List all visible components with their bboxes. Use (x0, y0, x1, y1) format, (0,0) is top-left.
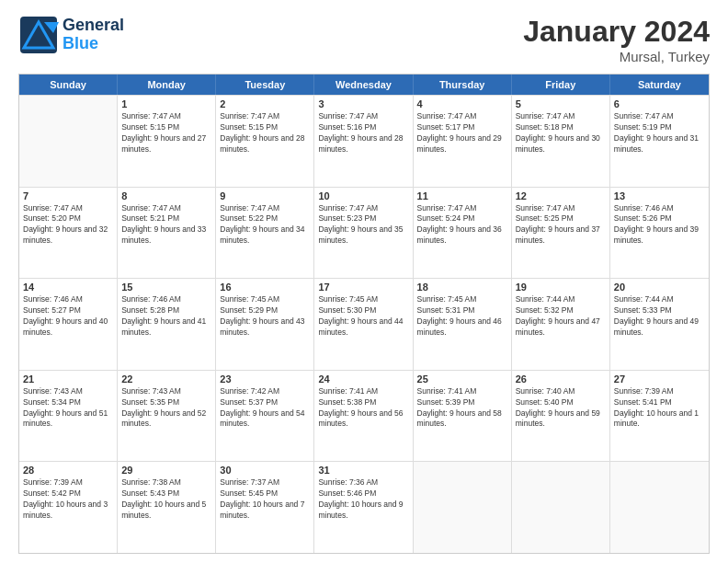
day-number: 6 (614, 98, 705, 109)
day-number: 28 (23, 465, 113, 476)
day-number: 24 (318, 373, 408, 385)
cell-info: Sunrise: 7:47 AMSunset: 5:22 PMDaylight:… (220, 203, 310, 247)
weekday-friday: Friday (512, 75, 610, 95)
calendar-cell-4-3: 31Sunrise: 7:36 AMSunset: 5:46 PMDayligh… (314, 462, 413, 553)
calendar-cell-2-5: 19Sunrise: 7:44 AMSunset: 5:32 PMDayligh… (512, 279, 610, 370)
cell-info: Sunrise: 7:39 AMSunset: 5:42 PMDaylight:… (23, 477, 113, 522)
calendar-cell-2-0: 14Sunrise: 7:46 AMSunset: 5:27 PMDayligh… (19, 279, 118, 370)
day-number: 13 (614, 190, 705, 201)
day-number: 17 (318, 282, 408, 293)
day-number: 10 (318, 190, 408, 201)
calendar-cell-2-4: 18Sunrise: 7:45 AMSunset: 5:31 PMDayligh… (414, 279, 512, 370)
calendar-cell-0-3: 3Sunrise: 7:47 AMSunset: 5:16 PMDaylight… (314, 96, 413, 187)
cell-info: Sunrise: 7:47 AMSunset: 5:15 PMDaylight:… (121, 111, 211, 155)
cell-info: Sunrise: 7:40 AMSunset: 5:40 PMDaylight:… (516, 386, 606, 431)
calendar-week-2: 7Sunrise: 7:47 AMSunset: 5:20 PMDaylight… (19, 187, 709, 279)
calendar-cell-1-0: 7Sunrise: 7:47 AMSunset: 5:20 PMDaylight… (19, 188, 118, 279)
calendar-cell-1-1: 8Sunrise: 7:47 AMSunset: 5:21 PMDaylight… (118, 188, 216, 279)
cell-info: Sunrise: 7:47 AMSunset: 5:19 PMDaylight:… (614, 111, 705, 155)
day-number: 18 (417, 282, 507, 293)
calendar-cell-3-4: 25Sunrise: 7:41 AMSunset: 5:39 PMDayligh… (414, 371, 512, 462)
cell-info: Sunrise: 7:47 AMSunset: 5:20 PMDaylight:… (23, 203, 113, 247)
cell-info: Sunrise: 7:37 AMSunset: 5:45 PMDaylight:… (220, 477, 310, 522)
day-number: 8 (121, 190, 211, 201)
calendar-week-5: 28Sunrise: 7:39 AMSunset: 5:42 PMDayligh… (19, 461, 709, 553)
day-number: 20 (614, 282, 705, 293)
page-header: General Blue January 2024 Mursal, Turkey (18, 15, 710, 64)
month-year-title: January 2024 (523, 15, 710, 49)
calendar-cell-2-3: 17Sunrise: 7:45 AMSunset: 5:30 PMDayligh… (314, 279, 413, 370)
day-number: 25 (417, 373, 507, 385)
title-block: January 2024 Mursal, Turkey (523, 15, 710, 64)
cell-info: Sunrise: 7:36 AMSunset: 5:46 PMDaylight:… (318, 477, 408, 522)
day-number: 19 (516, 282, 606, 293)
weekday-tuesday: Tuesday (216, 75, 314, 95)
day-number: 2 (220, 98, 310, 109)
calendar-cell-3-5: 26Sunrise: 7:40 AMSunset: 5:40 PMDayligh… (512, 371, 610, 462)
calendar-week-1: 1Sunrise: 7:47 AMSunset: 5:15 PMDaylight… (19, 95, 709, 187)
cell-info: Sunrise: 7:47 AMSunset: 5:23 PMDaylight:… (318, 203, 408, 247)
cell-info: Sunrise: 7:43 AMSunset: 5:34 PMDaylight:… (23, 386, 113, 431)
cell-info: Sunrise: 7:47 AMSunset: 5:15 PMDaylight:… (220, 111, 310, 155)
calendar-cell-4-5 (512, 462, 610, 553)
logo-icon (18, 15, 59, 55)
calendar-cell-0-0 (19, 96, 118, 187)
cell-info: Sunrise: 7:47 AMSunset: 5:17 PMDaylight:… (417, 111, 507, 155)
cell-info: Sunrise: 7:43 AMSunset: 5:35 PMDaylight:… (121, 386, 211, 431)
cell-info: Sunrise: 7:42 AMSunset: 5:37 PMDaylight:… (220, 386, 310, 431)
day-number: 27 (614, 373, 705, 385)
logo: General Blue (18, 15, 124, 55)
calendar-cell-1-3: 10Sunrise: 7:47 AMSunset: 5:23 PMDayligh… (314, 188, 413, 279)
cell-info: Sunrise: 7:47 AMSunset: 5:18 PMDaylight:… (516, 111, 606, 155)
cell-info: Sunrise: 7:47 AMSunset: 5:16 PMDaylight:… (318, 111, 408, 155)
day-number: 12 (516, 190, 606, 201)
calendar-cell-1-5: 12Sunrise: 7:47 AMSunset: 5:25 PMDayligh… (512, 188, 610, 279)
day-number: 15 (121, 282, 211, 293)
calendar: Sunday Monday Tuesday Wednesday Thursday… (18, 74, 710, 554)
day-number: 21 (23, 373, 113, 385)
calendar-cell-2-6: 20Sunrise: 7:44 AMSunset: 5:33 PMDayligh… (610, 279, 709, 370)
day-number: 22 (121, 373, 211, 385)
logo-blue-text: Blue (63, 35, 124, 53)
calendar-cell-0-1: 1Sunrise: 7:47 AMSunset: 5:15 PMDaylight… (118, 96, 216, 187)
day-number: 9 (220, 190, 310, 201)
calendar-cell-1-2: 9Sunrise: 7:47 AMSunset: 5:22 PMDaylight… (216, 188, 314, 279)
calendar-cell-0-6: 6Sunrise: 7:47 AMSunset: 5:19 PMDaylight… (610, 96, 709, 187)
cell-info: Sunrise: 7:47 AMSunset: 5:21 PMDaylight:… (121, 203, 211, 247)
calendar-cell-4-6 (610, 462, 709, 553)
cell-info: Sunrise: 7:39 AMSunset: 5:41 PMDaylight:… (614, 386, 705, 431)
cell-info: Sunrise: 7:45 AMSunset: 5:29 PMDaylight:… (220, 294, 310, 339)
cell-info: Sunrise: 7:46 AMSunset: 5:28 PMDaylight:… (121, 294, 211, 339)
calendar-cell-0-5: 5Sunrise: 7:47 AMSunset: 5:18 PMDaylight… (512, 96, 610, 187)
calendar-cell-4-1: 29Sunrise: 7:38 AMSunset: 5:43 PMDayligh… (118, 462, 216, 553)
logo-name: General Blue (63, 17, 124, 53)
day-number: 5 (516, 98, 606, 109)
logo-general-text: General (63, 17, 124, 35)
calendar-cell-3-0: 21Sunrise: 7:43 AMSunset: 5:34 PMDayligh… (19, 371, 118, 462)
weekday-monday: Monday (118, 75, 216, 95)
day-number: 26 (516, 373, 606, 385)
calendar-cell-0-4: 4Sunrise: 7:47 AMSunset: 5:17 PMDaylight… (414, 96, 512, 187)
cell-info: Sunrise: 7:46 AMSunset: 5:26 PMDaylight:… (614, 203, 705, 247)
day-number: 7 (23, 190, 113, 201)
weekday-wednesday: Wednesday (314, 75, 413, 95)
calendar-cell-2-1: 15Sunrise: 7:46 AMSunset: 5:28 PMDayligh… (118, 279, 216, 370)
day-number: 30 (220, 465, 310, 476)
cell-info: Sunrise: 7:45 AMSunset: 5:30 PMDaylight:… (318, 294, 408, 339)
calendar-header: Sunday Monday Tuesday Wednesday Thursday… (19, 75, 709, 95)
calendar-cell-3-1: 22Sunrise: 7:43 AMSunset: 5:35 PMDayligh… (118, 371, 216, 462)
calendar-cell-0-2: 2Sunrise: 7:47 AMSunset: 5:15 PMDaylight… (216, 96, 314, 187)
calendar-cell-1-6: 13Sunrise: 7:46 AMSunset: 5:26 PMDayligh… (610, 188, 709, 279)
cell-info: Sunrise: 7:44 AMSunset: 5:33 PMDaylight:… (614, 294, 705, 339)
cell-info: Sunrise: 7:41 AMSunset: 5:39 PMDaylight:… (417, 386, 507, 431)
calendar-cell-2-2: 16Sunrise: 7:45 AMSunset: 5:29 PMDayligh… (216, 279, 314, 370)
calendar-body: 1Sunrise: 7:47 AMSunset: 5:15 PMDaylight… (19, 95, 709, 553)
day-number: 29 (121, 465, 211, 476)
calendar-cell-4-2: 30Sunrise: 7:37 AMSunset: 5:45 PMDayligh… (216, 462, 314, 553)
day-number: 14 (23, 282, 113, 293)
calendar-cell-1-4: 11Sunrise: 7:47 AMSunset: 5:24 PMDayligh… (414, 188, 512, 279)
cell-info: Sunrise: 7:45 AMSunset: 5:31 PMDaylight:… (417, 294, 507, 339)
cell-info: Sunrise: 7:38 AMSunset: 5:43 PMDaylight:… (121, 477, 211, 522)
calendar-cell-4-0: 28Sunrise: 7:39 AMSunset: 5:42 PMDayligh… (19, 462, 118, 553)
calendar-cell-4-4 (414, 462, 512, 553)
